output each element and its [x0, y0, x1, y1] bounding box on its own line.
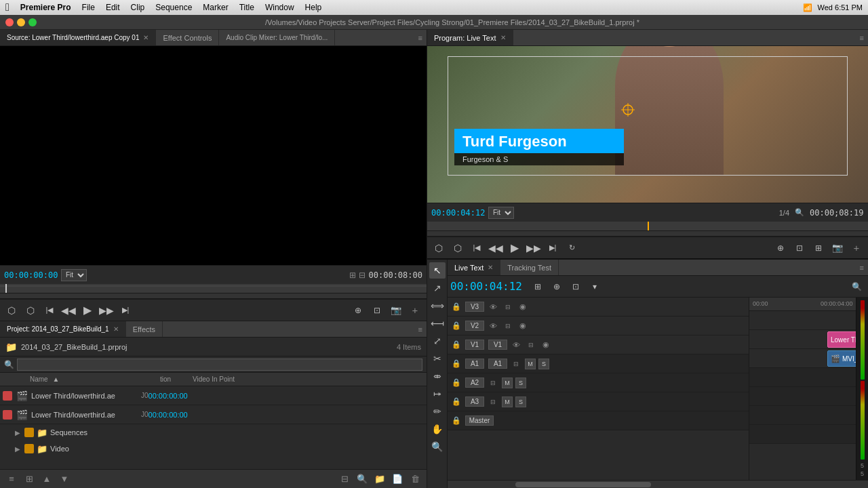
clip-v1-1[interactable]: 🎬 MVI_6415.MOV	[827, 350, 856, 367]
v1-sync-button[interactable]: ⊟	[525, 339, 537, 351]
tab-project[interactable]: Project: 2014_03_27_BikeBuild_1 ✕	[0, 321, 126, 337]
timeline-add-markers-button[interactable]: ⊕	[548, 279, 566, 295]
tool-track-select-button[interactable]: ↗	[429, 280, 446, 296]
source-mark-out-button[interactable]: ⬡	[22, 302, 39, 319]
v2-lock-button[interactable]: 🔒	[450, 320, 462, 332]
source-timeline-scrubber[interactable]	[0, 293, 427, 299]
source-step-back-button[interactable]: ◀◀	[60, 302, 77, 319]
project-new-item-button[interactable]: 📄	[390, 472, 405, 486]
source-timeline-ruler[interactable]	[0, 284, 427, 293]
v2-track-button[interactable]: V2	[465, 321, 484, 331]
program-goto-out-button[interactable]: ▶|	[544, 240, 561, 256]
a1-mute-button[interactable]: M	[525, 359, 536, 369]
project-new-bin-button[interactable]: 📁	[372, 472, 387, 486]
v1-track-button[interactable]: V1	[465, 340, 484, 350]
tab-program[interactable]: Program: Live Text ✕	[427, 30, 513, 45]
source-add-button[interactable]: +	[406, 302, 424, 319]
a3-lock-button[interactable]: 🔒	[450, 396, 462, 408]
menu-help[interactable]: Help	[305, 3, 322, 12]
timeline-panel-menu-button[interactable]: ≡	[856, 260, 868, 275]
a1-solo-button[interactable]: S	[538, 359, 549, 369]
source-tab-close[interactable]: ✕	[143, 34, 149, 41]
program-fit-select[interactable]: Fit	[488, 207, 514, 219]
project-sort-button[interactable]: ▼	[57, 472, 72, 486]
tool-rate-stretch-button[interactable]: ⤢	[429, 333, 446, 349]
program-panel-menu-button[interactable]: ≡	[856, 30, 868, 45]
tab-effect-controls[interactable]: Effect Controls	[156, 30, 219, 45]
track-clips-a2[interactable]	[749, 387, 856, 406]
menu-edit[interactable]: Edit	[106, 3, 120, 12]
list-item[interactable]: 🎬 Lower Third/lowerthird.ae J0 00:00:00:…	[0, 386, 427, 405]
v1-visibility-button[interactable]: ◉	[540, 339, 552, 351]
source-insert-button[interactable]: ⊕	[349, 302, 367, 319]
a1-target-button[interactable]: A1	[488, 359, 507, 369]
project-automate-button[interactable]: ⊟	[337, 472, 352, 486]
menu-window[interactable]: Window	[265, 3, 294, 12]
project-list-view-button[interactable]: ≡	[4, 472, 19, 486]
source-step-forward-button[interactable]: ▶▶	[98, 302, 115, 319]
master-track-button[interactable]: Master	[465, 415, 494, 426]
master-lock-button[interactable]: 🔒	[450, 415, 462, 427]
v3-eye-button[interactable]: 👁	[487, 301, 499, 313]
a2-sync-button[interactable]: ⊟	[487, 377, 499, 389]
a1-lock-button[interactable]: 🔒	[450, 358, 462, 370]
program-loop-button[interactable]: ↻	[563, 240, 580, 256]
v1-target-button[interactable]: V1	[488, 340, 507, 350]
a2-solo-button[interactable]: S	[515, 378, 526, 388]
a2-lock-button[interactable]: 🔒	[450, 377, 462, 389]
list-item[interactable]: ▶ 📁 Sequences	[0, 424, 427, 441]
source-fit-select[interactable]: Fit	[61, 269, 87, 281]
v2-sync-button[interactable]: ⊟	[502, 320, 514, 332]
menu-sequence[interactable]: Sequence	[155, 3, 192, 12]
program-mark-in-button[interactable]: ⬡	[430, 240, 448, 256]
v2-visibility-button[interactable]: ◉	[517, 320, 529, 332]
tool-zoom-button[interactable]: 🔍	[429, 439, 446, 455]
list-item[interactable]: ▶ 📁 Video	[0, 441, 427, 457]
a2-mute-button[interactable]: M	[502, 378, 513, 388]
project-tab-close[interactable]: ✕	[113, 325, 119, 333]
folder-toggle-icon[interactable]: ▶	[15, 429, 24, 436]
source-goto-in-button[interactable]: |◀	[41, 302, 58, 319]
tool-pen-button[interactable]: ✏	[429, 403, 446, 420]
v3-visibility-button[interactable]: ◉	[517, 301, 529, 313]
project-icon-view-button[interactable]: ⊞	[22, 472, 37, 486]
tab-tracking-test[interactable]: Tracking Test	[500, 260, 559, 275]
program-mark-out-button[interactable]: ⬡	[449, 240, 467, 256]
a2-track-button[interactable]: A2	[465, 378, 484, 388]
tool-slip-button[interactable]: ⤄	[429, 368, 446, 384]
track-clips-master[interactable]	[749, 425, 856, 444]
track-clips-v2[interactable]: Lower Third/lowerthird. Lower Third/lowe…	[749, 330, 856, 349]
timeline-settings-button[interactable]: ▾	[586, 279, 604, 295]
app-name[interactable]: Premiere Pro	[20, 3, 71, 12]
timeline-zoom-out-button[interactable]: 🔍	[848, 279, 865, 295]
a1-sync-button[interactable]: ⊟	[510, 358, 522, 370]
list-item[interactable]: 🎬 Lower Third/lowerthird.ae J0 00:00:00:…	[0, 405, 427, 424]
source-panel-menu-button[interactable]: ≡	[414, 30, 427, 45]
project-freeform-view-button[interactable]: ▲	[39, 472, 54, 486]
menu-title[interactable]: Title	[239, 3, 254, 12]
project-panel-menu-button[interactable]: ≡	[414, 321, 427, 337]
program-camera-button[interactable]: 📷	[829, 240, 846, 256]
source-overwrite-button[interactable]: ⊡	[368, 302, 386, 319]
minimize-window-button[interactable]	[17, 18, 25, 26]
a1-track-button[interactable]: A1	[465, 359, 484, 369]
tab-source[interactable]: Source: Lower Third/lowerthird.aep Copy …	[0, 30, 156, 45]
project-search-input[interactable]	[17, 359, 422, 371]
timeline-horizontal-scrollbar[interactable]	[448, 480, 868, 488]
program-lift-button[interactable]: ⊕	[772, 240, 789, 256]
track-clips-v3[interactable]	[749, 311, 856, 330]
tool-select-button[interactable]: ↖	[429, 262, 446, 279]
program-timecode-current[interactable]: 00:00:04:12	[431, 208, 486, 218]
track-clips-a1[interactable]	[749, 368, 856, 387]
program-play-button[interactable]: ▶	[506, 240, 524, 256]
v1-eye-button[interactable]: 👁	[510, 339, 522, 351]
v2-eye-button[interactable]: 👁	[487, 320, 499, 332]
program-timeline-ruler[interactable]	[427, 222, 868, 231]
v3-track-button[interactable]: V3	[465, 302, 484, 312]
a3-solo-button[interactable]: S	[515, 396, 526, 407]
a3-mute-button[interactable]: M	[502, 396, 513, 407]
maximize-window-button[interactable]	[28, 18, 37, 26]
v3-sync-button[interactable]: ⊟	[502, 301, 514, 313]
program-tab-close[interactable]: ✕	[500, 34, 506, 41]
apple-menu[interactable]: 	[5, 1, 9, 14]
